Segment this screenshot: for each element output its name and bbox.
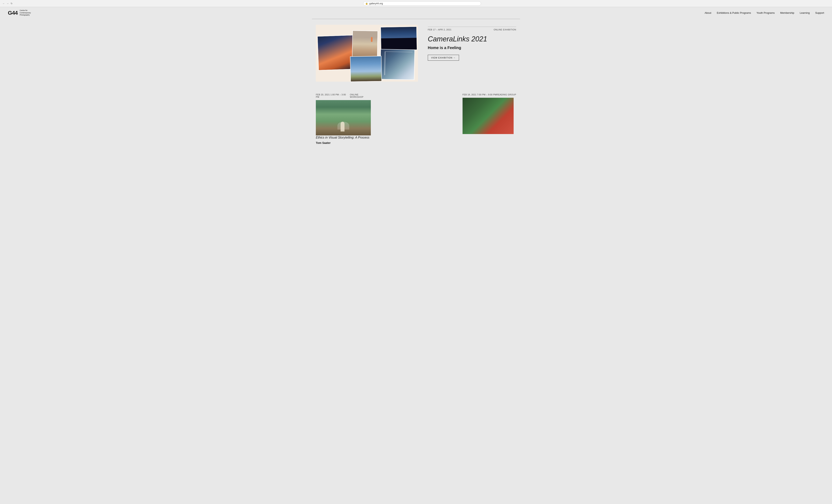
progress-bar-container — [0, 19, 832, 21]
logo-line3: Photography — [20, 14, 30, 16]
main-nav: About Exhibitions & Public Programs Yout… — [704, 11, 824, 14]
exhibition-meta: FEB 17 – APR 2, 2021 ONLINE EXHIBITION — [428, 27, 516, 31]
nav-about[interactable]: About — [704, 11, 711, 14]
events-section: FEB 20, 2021 1:00 PM – 3:00 PM ONLINE WO… — [316, 93, 516, 144]
browser-chrome: ← → ↻ 🔒 gallery44.org — [0, 0, 832, 7]
exhibition-type: ONLINE EXHIBITION — [494, 28, 516, 31]
logo-g44[interactable]: G44 — [8, 10, 18, 16]
event-title-workshop: Ethics in Visual Storytelling: A Process — [316, 135, 373, 140]
event-date-reading: FEB 18, 2021 7:00 PM – 9:00 PM — [463, 93, 496, 96]
exhibition-info: FEB 17 – APR 2, 2021 ONLINE EXHIBITION C… — [428, 25, 516, 61]
reading-image — [463, 98, 514, 134]
url-text: gallery44.org — [369, 2, 383, 5]
collage-photo-stairs — [380, 49, 415, 80]
nav-learning[interactable]: Learning — [800, 11, 810, 14]
nav-membership[interactable]: Membership — [780, 11, 794, 14]
main-content: FEB 17 – APR 2, 2021 ONLINE EXHIBITION C… — [308, 21, 524, 152]
exhibition-subtitle: Home is a Feeling — [428, 46, 516, 50]
browser-controls: ← → ↻ — [2, 2, 13, 5]
event-meta-workshop: FEB 20, 2021 1:00 PM – 3:00 PM ONLINE WO… — [316, 93, 373, 98]
logo-line1: Centre for — [20, 9, 27, 11]
event-meta-reading: FEB 18, 2021 7:00 PM – 9:00 PM READING G… — [463, 93, 516, 96]
progress-bar — [312, 19, 520, 19]
nav-exhibitions[interactable]: Exhibitions & Public Programs — [717, 11, 751, 14]
address-bar[interactable]: 🔒 gallery44.org — [363, 1, 481, 6]
event-author-workshop: Tom Saater — [316, 141, 373, 144]
collage-photo-sky — [381, 26, 417, 51]
forward-button[interactable]: → — [6, 2, 9, 5]
workshop-image — [316, 100, 371, 135]
logo-area[interactable]: G44 Centre for Contemporary Photography — [8, 9, 31, 16]
event-date-workshop: FEB 20, 2021 1:00 PM – 3:00 PM — [316, 93, 350, 98]
reload-button[interactable]: ↻ — [10, 2, 13, 5]
nav-youth[interactable]: Youth Programs — [757, 11, 775, 14]
event-card-reading: FEB 18, 2021 7:00 PM – 9:00 PM READING G… — [463, 93, 516, 144]
logo-line2: Contemporary — [20, 12, 31, 14]
collage-photo-house — [350, 56, 382, 82]
collage-photo-sunset — [317, 35, 356, 71]
view-exhibition-button[interactable]: VIEW EXHIBITION → — [428, 55, 459, 61]
featured-exhibition: FEB 17 – APR 2, 2021 ONLINE EXHIBITION C… — [316, 25, 516, 82]
exhibition-collage — [316, 25, 418, 82]
logo-text: Centre for Contemporary Photography — [20, 9, 31, 16]
lock-icon: 🔒 — [365, 2, 368, 5]
event-card-workshop: FEB 20, 2021 1:00 PM – 3:00 PM ONLINE WO… — [316, 93, 373, 144]
event-type-workshop: ONLINE WORKSHOP — [350, 93, 373, 98]
exhibition-title: CameraLinks 2021 — [428, 35, 516, 43]
event-type-reading: READING GROUP — [496, 93, 516, 96]
back-button[interactable]: ← — [2, 2, 5, 5]
site-header: G44 Centre for Contemporary Photography … — [0, 7, 832, 19]
exhibition-date: FEB 17 – APR 2, 2021 — [428, 28, 451, 31]
nav-support[interactable]: Support — [815, 11, 824, 14]
